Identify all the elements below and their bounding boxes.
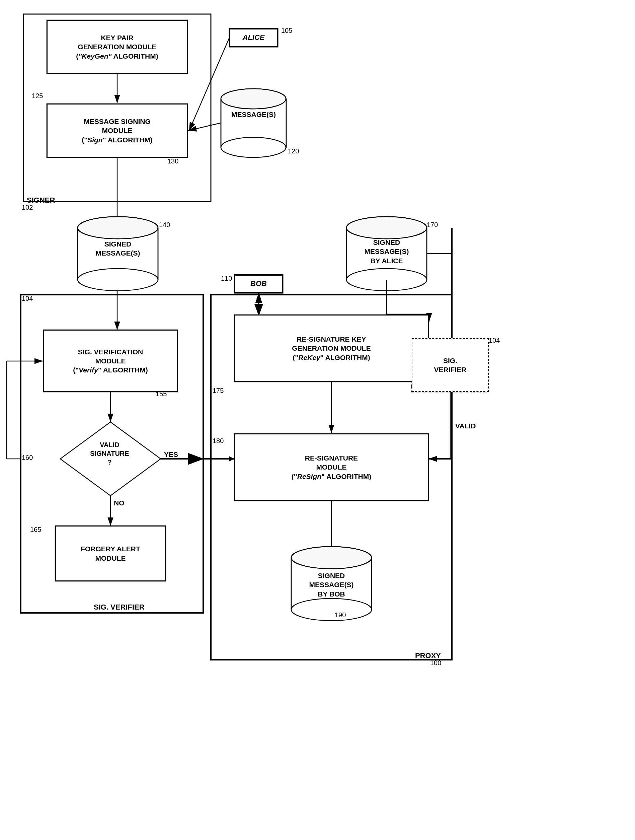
svg-point-12 — [221, 89, 285, 109]
ref-180: 180 — [213, 437, 224, 445]
resign-module-box: RE-SIGNATURE MODULE ("ReSign" ALGORITHM) — [234, 434, 429, 501]
ref-160: 160 — [22, 454, 33, 461]
signed-messages-label: SIGNEDMESSAGE(S) — [78, 240, 158, 258]
svg-point-35 — [347, 268, 427, 291]
ref-110: 110 — [221, 275, 232, 283]
bob-label: BOB — [234, 275, 283, 293]
ref-175: 175 — [213, 387, 224, 395]
ref-125: 125 — [32, 92, 43, 100]
ref-140: 140 — [159, 221, 170, 229]
svg-point-13 — [221, 89, 286, 109]
ref-170: 170 — [427, 221, 438, 229]
svg-point-54 — [291, 546, 372, 569]
ref-130: 130 — [167, 158, 178, 165]
ref-102: 102 — [22, 204, 33, 212]
message-signing-box: MESSAGE SIGNING MODULE ("Sign" ALGORITHM… — [47, 104, 188, 158]
signed-msg-alice-label: SIGNEDMESSAGE(S)BY ALICE — [347, 238, 427, 265]
ref-104-dashed: 104 — [489, 336, 500, 344]
messages-label: MESSAGE(S) — [221, 111, 286, 118]
alice-label: ALICE — [229, 28, 278, 47]
svg-rect-9 — [221, 99, 286, 147]
svg-point-55 — [291, 598, 372, 621]
forgery-alert-box: FORGERY ALERTMODULE — [55, 526, 166, 581]
svg-point-20 — [78, 217, 158, 239]
sig-verifier-dashed-box: SIG.VERIFIER — [412, 338, 489, 392]
ref-190: 190 — [335, 611, 346, 619]
ref-105: 105 — [281, 27, 292, 35]
svg-marker-42 — [257, 293, 261, 299]
svg-marker-49 — [229, 456, 234, 461]
sig-verification-box: SIG. VERIFICATION MODULE ("Verify" ALGOR… — [44, 330, 177, 392]
yes-label: YES — [164, 450, 178, 458]
svg-point-11 — [221, 137, 286, 158]
ref-155: 155 — [156, 390, 167, 398]
svg-point-19 — [78, 268, 158, 291]
no-label: NO — [114, 499, 124, 507]
sig-verifier-bottom-label: SIG. VERIFIER — [94, 603, 145, 611]
ref-165: 165 — [30, 526, 41, 534]
ref-120: 120 — [288, 147, 299, 155]
valid-label: VALID — [455, 422, 476, 430]
resign-key-gen-box: RE-SIGNATURE KEY GENERATION MODULE ("ReK… — [234, 315, 429, 382]
valid-signature-label: VALIDSIGNATURE? — [74, 441, 146, 467]
svg-point-36 — [347, 217, 427, 239]
key-pair-gen-box: KEY PAIR GENERATION MODULE ("KeyGen" ALG… — [47, 20, 188, 74]
svg-point-18 — [78, 217, 158, 239]
svg-line-14 — [188, 123, 221, 131]
ref-104-left: 104 — [22, 295, 33, 302]
svg-point-34 — [347, 217, 427, 239]
diagram-container: KEY PAIR GENERATION MODULE ("KeyGen" ALG… — [0, 0, 635, 840]
ref-100: 100 — [430, 659, 441, 667]
svg-point-10 — [221, 89, 286, 109]
signed-msg-bob-label: SIGNEDMESSAGE(S)BY BOB — [291, 571, 372, 598]
svg-point-56 — [291, 546, 372, 569]
